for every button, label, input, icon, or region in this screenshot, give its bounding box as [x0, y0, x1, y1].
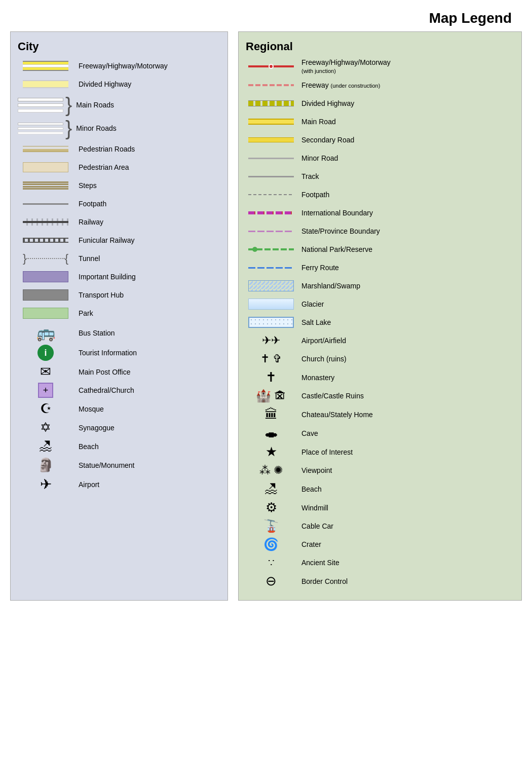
important-bldg-symbol — [18, 271, 73, 282]
windmill-icon: ⚙ — [265, 500, 277, 515]
tunnel-label: Tunnel — [73, 254, 220, 263]
divided-hwy-label: Divided Highway — [73, 80, 220, 88]
bus-station-label: Bus Station — [73, 329, 220, 337]
star-icon: ★ — [265, 444, 277, 460]
crater-icon: 🌀 — [263, 537, 279, 551]
list-item: Divided Highway — [18, 77, 220, 92]
funicular-label: Funicular Railway — [73, 236, 220, 244]
railway-label: Railway — [73, 218, 220, 226]
list-item: Park — [18, 306, 220, 321]
page: Map Legend City Freeway/Highway/Motorway… — [0, 0, 532, 777]
reg-track-symbol — [246, 176, 296, 177]
statue-label: Statue/Monument — [73, 461, 220, 469]
list-item: Pedestrian Area — [18, 160, 220, 175]
reg-ferry-symbol — [246, 267, 296, 269]
reg-minroad-symbol — [246, 158, 296, 159]
reg-marshland-label: Marshland/Swamp — [296, 282, 514, 290]
synagogue-symbol: ✡ — [18, 420, 73, 435]
list-item: Transport Hub — [18, 287, 220, 303]
list-item: ✉ Main Post Office — [18, 364, 220, 380]
airport-city-symbol: ✈ — [18, 476, 73, 493]
list-item: Freeway/Highway/Motorway(with junction) — [246, 58, 514, 75]
synagogue-label: Synagogue — [73, 424, 220, 432]
reg-saltlake-label: Salt Lake — [296, 318, 514, 326]
transport-hub-symbol — [18, 289, 73, 301]
reg-crater-symbol: 🌀 — [246, 537, 296, 551]
reg-crater-label: Crater — [296, 540, 514, 548]
post-office-symbol: ✉ — [18, 364, 73, 380]
reg-divhwy-symbol — [246, 100, 296, 106]
crescent-icon: ☪ — [40, 401, 52, 417]
main-roads-symbol — [18, 96, 63, 115]
list-item: 🏖 Beach — [18, 438, 220, 454]
statue-symbol: 🗿 — [18, 457, 73, 473]
reg-monastery-label: Monastery — [296, 374, 514, 382]
minor-roads-group: } Minor Roads — [18, 118, 220, 138]
reg-natpark-label: National Park/Reserve — [296, 245, 514, 253]
reg-intl-boundary-label: International Boundary — [296, 209, 514, 217]
list-item: Footpath — [18, 196, 220, 211]
viewpoint-icon: ⁂ ✺ — [259, 464, 283, 477]
reg-monastery-symbol: ✝ — [246, 369, 296, 385]
page-title: Map Legend — [10, 10, 522, 31]
steps-label: Steps — [73, 181, 220, 190]
list-item: 🏰 🏚 Castle/Castle Ruins — [246, 388, 514, 403]
reg-church-symbol: ✝ ✞ — [246, 352, 296, 365]
chateau-icon: 🏛 — [264, 406, 278, 422]
reg-freeway-uc-label: Freeway (under construction) — [296, 81, 514, 89]
park-label: Park — [73, 309, 220, 317]
reg-airport-symbol: ✈✈ — [246, 334, 296, 347]
cave-icon: 🕳 — [264, 425, 278, 441]
list-item: Track — [246, 169, 514, 184]
border-icon: ⊖ — [265, 573, 277, 589]
list-item: ✡ Synagogue — [18, 420, 220, 435]
star-of-david-icon: ✡ — [40, 420, 51, 435]
reg-viewpoint-label: Viewpoint — [296, 466, 514, 474]
ancient-icon: ∵ — [268, 557, 275, 569]
airport-city-label: Airport — [73, 480, 220, 489]
minor-roads-brace: } — [65, 118, 72, 138]
airplane-icon: ✈✈ — [262, 334, 280, 347]
reg-freeway-label: Freeway/Highway/Motorway(with junction) — [296, 58, 514, 75]
reg-airport-label: Airport/Airfield — [296, 337, 514, 345]
reg-viewpoint-symbol: ⁂ ✺ — [246, 464, 296, 477]
list-item: Pedestrian Roads — [18, 141, 220, 157]
reg-natpark-symbol — [246, 245, 296, 253]
cathedral-label: Cathedral/Church — [73, 386, 220, 394]
reg-castle-symbol: 🏰 🏚 — [246, 389, 296, 403]
list-item: Secondary Road — [246, 132, 514, 147]
list-item: ★ Place of Interest — [246, 444, 514, 460]
regional-heading: Regional — [246, 40, 514, 53]
regional-column: Regional Freeway/Highway/Motorway(with j… — [238, 31, 522, 601]
reg-glacier-symbol — [246, 299, 296, 310]
reg-footpath-label: Footpath — [296, 191, 514, 199]
list-item: Funicular Railway — [18, 233, 220, 248]
bus-station-symbol: 🚌 — [18, 324, 73, 342]
reg-cablecar-symbol: 🚡 — [246, 519, 296, 533]
reg-minroad-label: Minor Road — [296, 154, 514, 162]
list-item: Freeway/Highway/Motorway — [18, 58, 220, 73]
list-item: 🚡 Cable Car — [246, 519, 514, 534]
main-roads-group: } Main Roads — [18, 95, 220, 115]
monastery-icon: ✝ — [265, 369, 277, 385]
reg-ancient-label: Ancient Site — [296, 559, 514, 567]
list-item: ⚙ Windmill — [246, 500, 514, 515]
list-item: i Tourist Information — [18, 345, 220, 361]
reg-border-label: Border Control — [296, 577, 514, 585]
reg-secroad-label: Secondary Road — [296, 136, 514, 144]
list-item: Main Road — [246, 114, 514, 129]
city-heading: City — [18, 40, 220, 53]
reg-ferry-label: Ferry Route — [296, 264, 514, 272]
reg-chateau-symbol: 🏛 — [246, 406, 296, 422]
cablecar-icon: 🚡 — [263, 519, 279, 533]
reg-beach-symbol: 🏖 — [246, 481, 296, 497]
reg-place-interest-symbol: ★ — [246, 444, 296, 460]
funicular-symbol — [18, 238, 73, 243]
list-item: 🗿 Statue/Monument — [18, 457, 220, 473]
transport-hub-label: Transport Hub — [73, 291, 220, 299]
divided-hwy-symbol — [18, 80, 73, 88]
footpath-label: Footpath — [73, 200, 220, 208]
reg-mainroad-label: Main Road — [296, 118, 514, 126]
list-item: Important Building — [18, 269, 220, 284]
bus-icon: 🚌 — [36, 324, 55, 342]
